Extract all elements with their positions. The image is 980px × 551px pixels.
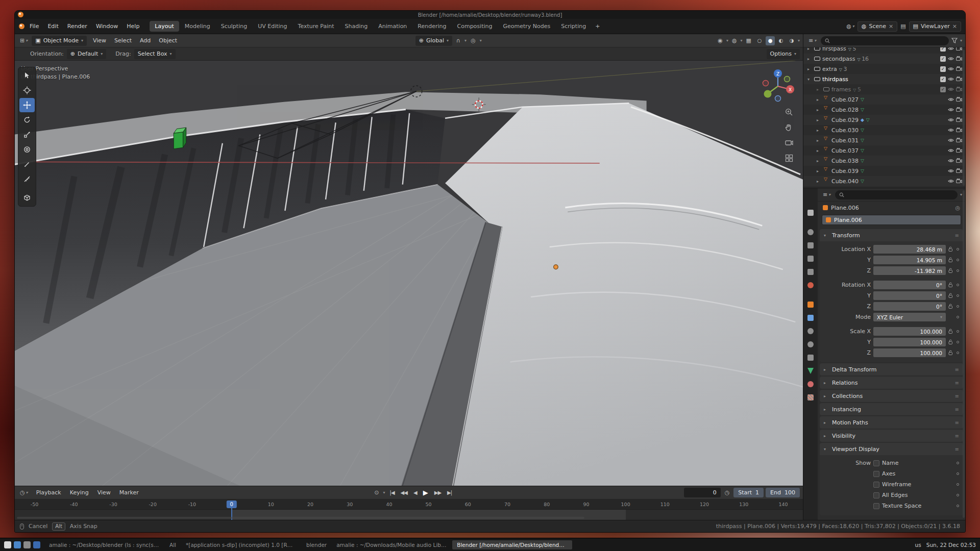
wireframe-shading-icon[interactable]: ○ — [755, 36, 764, 45]
outliner-row[interactable]: ▸ Cube.028 — [803, 105, 965, 115]
use-preview-range-icon[interactable]: ◷ — [723, 488, 732, 497]
scale-field[interactable]: 100.000 — [873, 338, 946, 346]
browse-view-layer-icon[interactable]: ▤ — [898, 22, 908, 31]
animate-dot[interactable] — [957, 330, 959, 333]
properties-section-header[interactable]: ▸ Delta Transform ≡ — [820, 363, 963, 375]
3d-scene[interactable] — [15, 61, 803, 486]
section-menu-icon[interactable]: ≡ — [955, 380, 959, 386]
browse-scene-icon[interactable]: ◍▾ — [844, 22, 856, 31]
clock[interactable]: Sun, 22 Dec 02:53 — [926, 542, 976, 548]
lock-icon[interactable] — [948, 257, 954, 263]
gizmo-y-axis[interactable] — [764, 90, 772, 98]
exclude-checkbox[interactable] — [940, 87, 946, 92]
auto-key-icon[interactable]: ⊙ — [372, 488, 381, 497]
expand-arrow-icon[interactable]: ▸ — [817, 169, 821, 173]
animate-dot[interactable] — [957, 316, 959, 318]
properties-tab[interactable] — [804, 279, 817, 291]
transform-section-header[interactable]: ▾ Transform ≡ — [820, 229, 963, 241]
properties-section-header[interactable]: ▸ Visibility ≡ — [820, 430, 963, 442]
location-field[interactable]: 14.905 m — [873, 256, 946, 264]
workspace-tab[interactable]: Rendering — [412, 21, 451, 32]
disable-in-render-icon[interactable] — [956, 168, 962, 173]
xray-toggle-icon[interactable]: ▦ — [744, 36, 753, 45]
next-keyframe-button[interactable]: ▶▶ — [432, 489, 444, 496]
disable-in-render-icon[interactable] — [956, 107, 962, 112]
properties-tab[interactable] — [804, 325, 817, 337]
workspace-tab[interactable]: Geometry Nodes — [498, 21, 555, 32]
blender-menu-icon[interactable] — [19, 23, 24, 29]
outliner-scrollbar[interactable] — [963, 49, 965, 186]
move-tool[interactable] — [19, 98, 35, 112]
expand-arrow-icon[interactable]: ▸ — [817, 148, 821, 153]
hide-in-viewport-icon[interactable] — [948, 158, 954, 163]
timeline-tick[interactable]: 20 — [290, 499, 330, 509]
overlays-icon[interactable]: ◍ — [730, 36, 739, 45]
object-name-field[interactable]: Plane.006 — [822, 215, 961, 225]
workspace-tab[interactable]: Layout — [150, 21, 179, 32]
camera-view-icon[interactable] — [785, 138, 794, 147]
proportional-edit-icon[interactable]: ◎ — [469, 36, 478, 45]
rendered-shading-icon[interactable]: ◑ — [787, 36, 796, 45]
expand-arrow-icon[interactable]: ▸ — [817, 179, 821, 184]
measure-tool[interactable] — [19, 172, 35, 186]
snap-magnet-icon[interactable]: ∩ — [454, 36, 462, 45]
animate-dot[interactable] — [957, 494, 959, 496]
outliner-row[interactable]: ▸ Cube.040 — [803, 176, 965, 186]
properties-section-header[interactable]: ▸ Motion Paths ≡ — [820, 416, 963, 429]
outliner-row[interactable]: ▸ secondpass 16 — [803, 54, 965, 64]
taskbar-app-icon[interactable] — [33, 541, 40, 548]
animate-dot[interactable] — [957, 305, 959, 308]
timeline-tick[interactable]: 110 — [645, 499, 684, 509]
taskbar-window-item[interactable]: *[application s-dlp] (incomplet) 1.0 [RG… — [181, 540, 301, 549]
workspace-tab[interactable]: Sculpting — [216, 21, 252, 32]
section-menu-icon[interactable]: ≡ — [955, 233, 959, 238]
properties-tab[interactable] — [804, 266, 817, 278]
properties-section-header[interactable]: ▸ Relations ≡ — [820, 377, 963, 389]
expand-arrow-icon[interactable]: ▸ — [817, 138, 821, 143]
hide-in-viewport-icon[interactable] — [948, 66, 954, 71]
section-menu-icon[interactable]: ≡ — [955, 393, 959, 399]
timeline-tick[interactable]: 120 — [684, 499, 724, 509]
prev-keyframe-button[interactable]: ◀◀ — [398, 489, 410, 496]
expand-arrow-icon[interactable]: ▸ — [817, 159, 821, 163]
outliner-editor-type-icon[interactable]: ≡▾ — [806, 36, 818, 45]
outliner-row[interactable]: ▸ Cube.029 — [803, 115, 965, 125]
properties-tab[interactable] — [804, 338, 817, 350]
timeline-tick[interactable]: -40 — [54, 499, 93, 509]
outliner-row[interactable]: ▸ extra 3 — [803, 64, 965, 74]
lock-icon[interactable] — [948, 293, 954, 298]
hide-in-viewport-icon[interactable] — [948, 117, 954, 122]
jump-to-start-button[interactable]: |◀ — [387, 489, 397, 496]
location-field[interactable]: -11.982 m — [873, 266, 946, 275]
section-menu-icon[interactable]: ≡ — [955, 367, 959, 372]
hide-in-viewport-icon[interactable] — [948, 77, 954, 82]
animate-dot[interactable] — [957, 352, 959, 354]
transform-orientation-selector[interactable]: ⊕ Global ▾ — [415, 36, 452, 46]
show-gizmo-icon[interactable]: ◉ — [716, 36, 725, 45]
zoom-icon[interactable] — [785, 108, 794, 117]
solid-shading-icon[interactable]: ● — [766, 36, 775, 45]
outliner-row[interactable]: ▾ thirdpass — [803, 74, 965, 84]
rotation-field[interactable]: 0° — [873, 281, 946, 289]
properties-tab[interactable] — [804, 226, 817, 238]
disable-in-render-icon[interactable] — [956, 128, 962, 133]
expand-arrow-icon[interactable]: ▸ — [807, 67, 812, 71]
menubar-menu[interactable]: Window — [92, 21, 122, 31]
rotation-mode-dropdown[interactable]: XYZ Euler▾ — [873, 313, 946, 321]
properties-tab[interactable] — [804, 298, 817, 311]
lock-icon[interactable] — [948, 304, 954, 309]
play-button[interactable]: ▶ — [421, 488, 431, 497]
disable-in-render-icon[interactable] — [956, 158, 962, 163]
filter-funnel-icon[interactable] — [951, 38, 958, 43]
orthographic-toggle-icon[interactable] — [785, 154, 794, 163]
workspace-tab[interactable]: Modeling — [180, 21, 215, 32]
outliner-item-label[interactable]: Cube.030 — [831, 127, 859, 134]
taskbar-window-item[interactable]: Blender [/home/amalie/Desktop/blender/ru… — [452, 540, 572, 549]
outliner-row[interactable]: ▸ frames 5 — [803, 84, 965, 94]
outliner-item-label[interactable]: extra — [822, 66, 837, 72]
rotation-field[interactable]: 0° — [873, 291, 946, 300]
hide-in-viewport-icon[interactable] — [948, 148, 954, 153]
timeline-tick[interactable]: -30 — [93, 499, 133, 509]
expand-arrow-icon[interactable]: ▸ — [817, 128, 821, 133]
menubar-menu[interactable]: Render — [63, 21, 91, 31]
